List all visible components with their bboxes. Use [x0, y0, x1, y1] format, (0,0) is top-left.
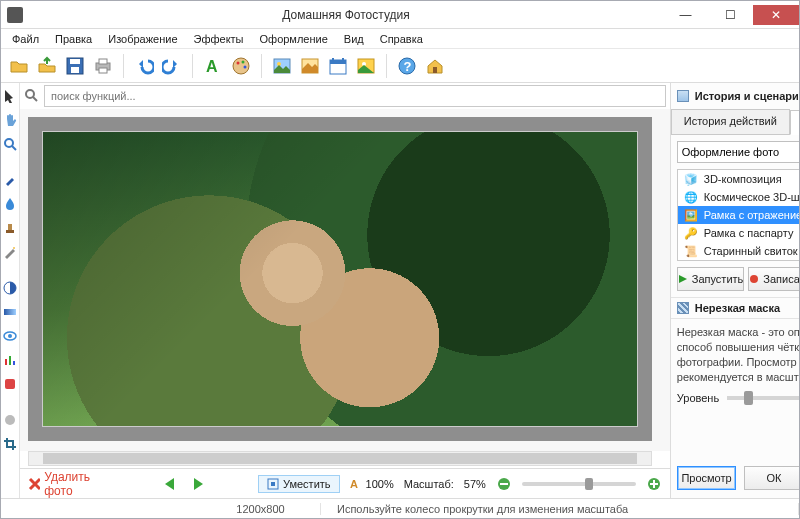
delete-photo-button[interactable]: Удалить фото — [28, 470, 112, 498]
tab-history[interactable]: История действий — [671, 109, 790, 134]
list-item: 📜Старинный свиток — [678, 242, 799, 260]
unsharp-mask-header: Нерезкая маска — [671, 297, 799, 319]
zoom-100-button[interactable]: A 100% — [350, 478, 394, 490]
maximize-button[interactable]: ☐ — [708, 5, 753, 25]
contrast-tool[interactable] — [1, 279, 19, 297]
preview-button[interactable]: Просмотр — [677, 466, 737, 490]
svg-rect-29 — [4, 309, 16, 315]
search-icon — [24, 88, 40, 104]
redo-icon[interactable] — [160, 54, 184, 78]
mask-icon — [677, 302, 689, 314]
svg-rect-4 — [99, 59, 107, 64]
blur-tool[interactable] — [1, 411, 19, 429]
canvas-frame — [28, 117, 652, 441]
list-item: 🌐Космическое 3D-шоу — [678, 188, 799, 206]
image1-icon[interactable] — [270, 54, 294, 78]
image2-icon[interactable] — [298, 54, 322, 78]
tool-palette — [1, 83, 20, 498]
svg-point-46 — [750, 275, 758, 283]
svg-point-27 — [13, 247, 15, 249]
app-icon — [7, 7, 23, 23]
menu-edit[interactable]: Правка — [48, 31, 99, 47]
statusbar: 1200x800 Используйте колесо прокрутки дл… — [1, 498, 799, 518]
svg-rect-45 — [653, 480, 655, 488]
wand-tool[interactable] — [1, 243, 19, 261]
svg-rect-26 — [8, 224, 12, 230]
menu-image[interactable]: Изображение — [101, 31, 184, 47]
image3-icon[interactable] — [354, 54, 378, 78]
palette-icon[interactable] — [229, 54, 253, 78]
svg-rect-34 — [13, 361, 15, 365]
svg-rect-25 — [6, 230, 14, 233]
eye-tool[interactable] — [1, 327, 19, 345]
brush-tool[interactable] — [1, 171, 19, 189]
svg-rect-35 — [5, 379, 15, 389]
gradient-tool[interactable] — [1, 303, 19, 321]
text-icon[interactable]: A — [201, 54, 225, 78]
minimize-button[interactable]: — — [663, 5, 708, 25]
menu-help[interactable]: Справка — [373, 31, 430, 47]
list-item: 🔑Рамка с паспарту — [678, 224, 799, 242]
record-button[interactable]: Записать — [748, 267, 799, 291]
window-buttons: — ☐ ✕ — [663, 5, 799, 25]
tab-scenarios[interactable]: Сценарии — [790, 110, 799, 135]
undo-icon[interactable] — [132, 54, 156, 78]
menu-effects[interactable]: Эффекты — [187, 31, 251, 47]
run-button[interactable]: Запустить — [677, 267, 745, 291]
zoom-slider[interactable] — [522, 482, 636, 486]
svg-point-23 — [5, 139, 13, 147]
print-icon[interactable] — [91, 54, 115, 78]
list-item: 🖼️Рамка с отражением — [678, 206, 799, 224]
help-icon[interactable]: ? — [395, 54, 419, 78]
svg-point-8 — [237, 61, 240, 64]
zoom-in-button[interactable] — [646, 475, 662, 493]
menu-view[interactable]: Вид — [337, 31, 371, 47]
crop-tool[interactable] — [1, 435, 19, 453]
photo-deer[interactable] — [42, 131, 638, 427]
hand-tool[interactable] — [1, 111, 19, 129]
svg-text:?: ? — [404, 59, 412, 74]
window-title: Домашняя Фотостудия — [29, 8, 663, 22]
calendar-icon[interactable] — [326, 54, 350, 78]
scenarios-body: Оформление фото 🧊3D-композиция 🌐Космичес… — [671, 134, 799, 297]
svg-point-9 — [242, 60, 245, 63]
levels-tool[interactable] — [1, 351, 19, 369]
svg-rect-32 — [5, 359, 7, 365]
soften-tool[interactable] — [1, 375, 19, 393]
fit-button[interactable]: Уместить — [258, 475, 340, 493]
close-button[interactable]: ✕ — [753, 5, 799, 25]
next-arrow[interactable] — [190, 475, 208, 493]
svg-rect-5 — [99, 68, 107, 73]
search-input[interactable] — [44, 85, 666, 107]
canvas-area — [20, 109, 670, 451]
scenario-list[interactable]: 🧊3D-композиция 🌐Космическое 3D-шоу 🖼️Рам… — [677, 169, 799, 261]
ok-button[interactable]: ОК — [744, 466, 799, 490]
scale-value: 57% — [464, 478, 486, 490]
drop-tool[interactable] — [1, 195, 19, 213]
svg-line-24 — [12, 146, 16, 150]
menubar: Файл Правка Изображение Эффекты Оформлен… — [1, 29, 799, 49]
svg-rect-1 — [70, 59, 80, 64]
prev-arrow[interactable] — [162, 475, 180, 493]
center-panel: Удалить фото Уместить A 100% Масштаб: 57… — [20, 83, 670, 498]
open-icon[interactable] — [7, 54, 31, 78]
svg-rect-22 — [433, 67, 437, 73]
zoom-tool[interactable] — [1, 135, 19, 153]
save-icon[interactable] — [63, 54, 87, 78]
horizontal-scrollbar[interactable] — [28, 451, 652, 466]
menu-file[interactable]: Файл — [5, 31, 46, 47]
level-slider[interactable] — [727, 396, 799, 400]
export-icon[interactable] — [35, 54, 59, 78]
svg-text:A: A — [350, 478, 358, 490]
pointer-tool[interactable] — [1, 87, 19, 105]
stamp-tool[interactable] — [1, 219, 19, 237]
scenario-category-select[interactable]: Оформление фото — [677, 141, 799, 163]
history-icon — [677, 90, 689, 102]
list-item: 🧊3D-композиция — [678, 170, 799, 188]
svg-rect-42 — [500, 483, 508, 485]
menu-design[interactable]: Оформление — [253, 31, 335, 47]
zoom-out-button[interactable] — [496, 475, 512, 493]
search-row — [20, 83, 670, 109]
home-icon[interactable] — [423, 54, 447, 78]
svg-line-38 — [33, 97, 37, 101]
